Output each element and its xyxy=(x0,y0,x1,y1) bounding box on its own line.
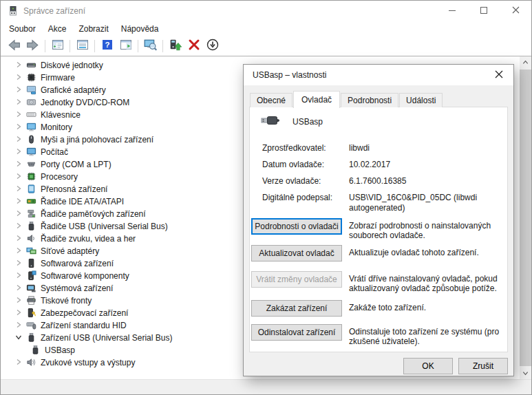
chevron-right-icon[interactable] xyxy=(13,158,24,169)
ide-controller-icon xyxy=(25,195,36,206)
back-icon xyxy=(7,38,21,54)
scroll-down-icon xyxy=(522,369,529,378)
chevron-right-icon[interactable] xyxy=(13,233,24,244)
scroll-up-button[interactable] xyxy=(520,56,531,68)
action-description: Zobrazí podrobnosti o nainstalovaných so… xyxy=(349,218,502,240)
tab[interactable]: Ovladač xyxy=(293,91,340,108)
chevron-right-icon[interactable] xyxy=(13,282,24,293)
action-description: Vrátí dříve nainstalovaný ovladač, pokud… xyxy=(349,271,502,293)
tab[interactable]: Obecné xyxy=(250,93,292,107)
system-device-icon xyxy=(25,282,36,293)
action-button[interactable]: Aktualizovat ovladač xyxy=(251,245,342,261)
chevron-right-icon[interactable] xyxy=(13,356,24,367)
toolbar-separator xyxy=(70,40,70,52)
action-button[interactable]: Vrátit změny ovladače xyxy=(251,271,342,288)
scrollbar-thumb[interactable] xyxy=(520,70,531,366)
chevron-right-icon[interactable] xyxy=(13,84,24,95)
chevron-right-icon[interactable] xyxy=(13,195,24,206)
tree-item-label: Myši a jiná polohovací zařízení xyxy=(41,134,153,145)
field-row: Zprostředkovatel: libwdi xyxy=(262,143,499,153)
update-driver-icon xyxy=(168,38,182,54)
svg-text:?: ? xyxy=(105,41,109,49)
storage-controller-icon xyxy=(25,208,36,219)
chevron-right-icon[interactable] xyxy=(13,220,24,231)
tree-item-label: Systémová zařízení xyxy=(41,283,113,293)
maximize-button[interactable] xyxy=(468,1,500,21)
monitor-icon xyxy=(25,121,36,132)
action-description: Zakáže toto zařízení. xyxy=(349,300,502,312)
minimize-button[interactable] xyxy=(436,1,468,21)
close-button[interactable] xyxy=(500,1,531,21)
action-button[interactable]: Podrobnosti o ovladači xyxy=(251,218,342,235)
menu-item[interactable]: Akce xyxy=(42,22,73,36)
chevron-right-icon[interactable] xyxy=(13,319,24,330)
toolbar-separator xyxy=(138,40,138,52)
toolbar-separator xyxy=(45,40,45,52)
chevron-right-icon[interactable] xyxy=(13,146,24,157)
console-tree-button[interactable] xyxy=(48,38,67,54)
tab[interactable]: Podrobnosti xyxy=(341,93,398,107)
scan-hardware-button[interactable] xyxy=(141,38,160,54)
action-pane-button[interactable] xyxy=(116,38,135,54)
help-icon: ? xyxy=(100,38,114,54)
ok-button[interactable]: OK xyxy=(403,358,453,374)
status-bar xyxy=(1,379,531,394)
properties-button[interactable] xyxy=(73,38,92,54)
chevron-right-icon[interactable] xyxy=(13,171,24,182)
scroll-down-button[interactable] xyxy=(520,367,531,379)
chevron-down-icon[interactable] xyxy=(13,332,24,343)
tree-scrollbar[interactable] xyxy=(520,56,531,379)
action-row: Podrobnosti o ovladači Zobrazí podrobnos… xyxy=(251,218,502,240)
action-button[interactable]: Odinstalovat zařízení xyxy=(251,324,342,341)
portable-device-icon xyxy=(25,183,36,194)
field-label: Zprostředkovatel: xyxy=(262,143,349,153)
tree-item-label: Řadiče zvuku, videa a her xyxy=(41,233,136,244)
menu-item[interactable]: Nápověda xyxy=(115,22,165,36)
forward-button[interactable] xyxy=(23,38,42,54)
chevron-right-icon[interactable] xyxy=(13,270,24,281)
tree-item-label: Zvukové vstupy a výstupy xyxy=(41,357,135,367)
chevron-right-icon[interactable] xyxy=(13,295,24,306)
action-row: Aktualizovat ovladač Aktualizuje ovladač… xyxy=(251,245,502,261)
chevron-right-icon[interactable] xyxy=(13,208,24,219)
tab[interactable]: Události xyxy=(399,93,443,107)
menu-item[interactable]: Soubor xyxy=(3,22,42,36)
dialog-close-button[interactable] xyxy=(485,65,513,85)
action-description: Odinstaluje toto zařízení ze systému (pr… xyxy=(349,324,502,346)
field-value: 10.02.2017 xyxy=(349,160,499,170)
close-icon xyxy=(495,70,503,81)
field-label: Digitálně podepsal: xyxy=(262,193,349,213)
update-driver-button[interactable] xyxy=(166,38,184,54)
tree-item-label: Klávesnice xyxy=(41,109,81,120)
device-manager-icon xyxy=(8,6,19,17)
field-label: Verze ovladače: xyxy=(262,176,349,186)
chevron-right-icon[interactable] xyxy=(13,245,24,256)
tree-item-label: Softwarová zařízení xyxy=(41,258,114,268)
console-tree-icon xyxy=(51,38,65,54)
chevron-right-icon[interactable] xyxy=(13,121,24,132)
usb-plug-icon xyxy=(261,114,280,129)
usb-controller-icon xyxy=(25,220,36,231)
chevron-right-icon[interactable] xyxy=(13,307,24,318)
usb-device-icon xyxy=(25,332,36,343)
chevron-right-icon[interactable] xyxy=(13,109,24,120)
menu-item[interactable]: Zobrazit xyxy=(72,22,114,36)
chevron-right-icon[interactable] xyxy=(13,96,24,107)
back-button[interactable] xyxy=(5,38,23,54)
chevron-right-icon[interactable] xyxy=(13,183,24,194)
tree-item-label: Jednotky DVD/CD-ROM xyxy=(41,97,129,107)
cancel-button[interactable]: Zrušit xyxy=(458,358,508,374)
chevron-right-icon[interactable] xyxy=(13,134,24,145)
chevron-right-icon[interactable] xyxy=(13,257,24,268)
disable-device-button[interactable] xyxy=(203,38,222,54)
action-row: Zakázat zařízení Zakáže toto zařízení. xyxy=(251,300,502,317)
chevron-right-icon[interactable] xyxy=(13,72,24,83)
scrollbar-track[interactable] xyxy=(520,68,531,367)
help-button[interactable]: ? xyxy=(98,38,116,54)
tree-item-label: Monitory xyxy=(41,122,72,132)
action-button[interactable]: Zakázat zařízení xyxy=(251,300,342,317)
field-row: Digitálně podepsal: USB\VID_16C0&PID_05D… xyxy=(262,193,499,213)
chevron-right-icon[interactable] xyxy=(13,59,24,70)
uninstall-device-button[interactable] xyxy=(184,38,203,54)
port-icon xyxy=(25,158,36,169)
